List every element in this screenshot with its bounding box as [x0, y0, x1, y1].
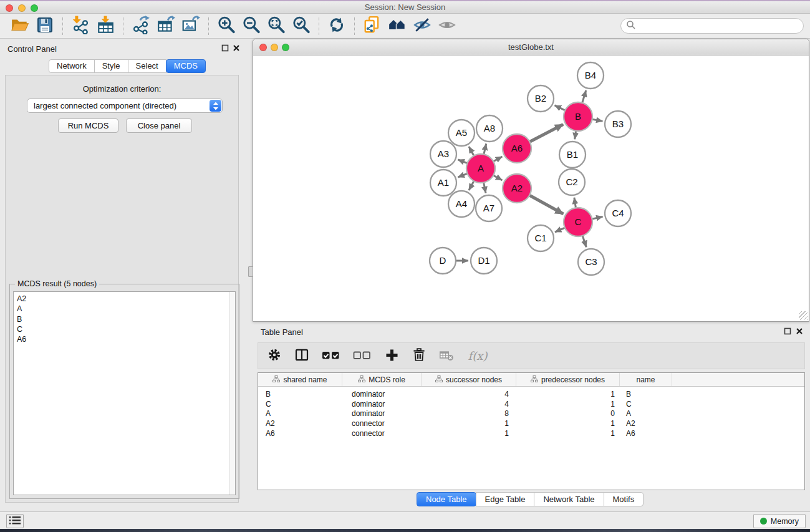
panel-list-button[interactable] [6, 514, 24, 528]
unselect-all-columns-button[interactable] [352, 347, 373, 365]
hide-selected-button[interactable] [410, 16, 435, 37]
close-table-panel-icon[interactable] [795, 327, 804, 336]
zoom-window-traffic-light[interactable] [31, 4, 38, 12]
show-all-button[interactable] [435, 16, 460, 37]
graph-node-A8[interactable]: A8 [476, 115, 503, 142]
open-file-button[interactable] [7, 16, 32, 37]
table-cell[interactable]: A6 [620, 429, 672, 439]
network-zoom-traffic-light[interactable] [282, 44, 289, 51]
graph-node-D1[interactable]: D1 [471, 248, 497, 274]
tab-network[interactable]: Network [49, 59, 95, 73]
close-panel-button[interactable]: Close panel [126, 118, 192, 133]
mcds-result-item[interactable]: A6 [14, 334, 235, 344]
tab-network-table[interactable]: Network Table [534, 492, 604, 506]
table-cell[interactable]: connector [342, 429, 422, 439]
table-cell[interactable]: B [258, 390, 342, 400]
graph-node-C1[interactable]: C1 [528, 225, 554, 251]
table-cell[interactable]: dominator [342, 400, 422, 410]
table-cell[interactable]: 1 [422, 419, 516, 429]
tab-edge-table[interactable]: Edge Table [476, 492, 535, 506]
graph-node-A[interactable]: A [466, 154, 495, 183]
graph-node-A7[interactable]: A7 [476, 195, 502, 221]
graph-node-C4[interactable]: C4 [605, 200, 631, 226]
table-cell[interactable]: 1 [516, 400, 620, 410]
table-row[interactable]: A6connector11A6 [258, 429, 804, 439]
graph-node-A4[interactable]: A4 [448, 191, 475, 217]
table-cell[interactable]: B [620, 390, 672, 400]
mcds-result-item[interactable]: C [14, 324, 235, 334]
graph-node-C3[interactable]: C3 [578, 249, 604, 275]
table-cell[interactable]: connector [342, 419, 422, 429]
table-cell[interactable]: 8 [422, 409, 516, 419]
export-table-button[interactable] [153, 16, 178, 37]
column-header-predecessor-nodes[interactable]: predecessor nodes [516, 373, 620, 386]
table-cell[interactable]: A2 [620, 419, 672, 429]
network-graph[interactable]: B4B2BB3A8A5A6A3B1AC2A1A2A4A7C4CC1DD1C3 [253, 56, 809, 322]
graph-node-A3[interactable]: A3 [430, 141, 456, 167]
zoom-fit-button[interactable] [264, 16, 289, 37]
float-table-panel-icon[interactable] [783, 327, 792, 336]
tab-style[interactable]: Style [94, 59, 128, 73]
save-session-button[interactable] [32, 16, 57, 37]
network-minimize-traffic-light[interactable] [271, 44, 278, 51]
table-cell[interactable]: 1 [516, 429, 620, 439]
table-cell[interactable]: 1 [422, 429, 516, 439]
network-window-titlebar[interactable]: testGlobe.txt [253, 39, 809, 56]
table-cell[interactable]: A6 [258, 429, 342, 439]
graph-node-A2[interactable]: A2 [503, 174, 531, 203]
minimize-window-traffic-light[interactable] [18, 4, 26, 12]
graph-node-B4[interactable]: B4 [577, 62, 604, 89]
export-image-button[interactable] [178, 16, 203, 37]
duplicate-network-button[interactable] [360, 16, 385, 37]
graph-node-B3[interactable]: B3 [605, 111, 631, 137]
show-columns-button[interactable] [293, 347, 311, 365]
tab-mcds[interactable]: MCDS [166, 59, 206, 73]
graph-node-B[interactable]: B [564, 102, 592, 131]
layout-home-button[interactable] [385, 16, 410, 37]
table-cell[interactable]: 4 [422, 390, 516, 400]
select-all-columns-button[interactable] [321, 347, 342, 365]
float-panel-icon[interactable] [221, 44, 229, 52]
graph-node-D[interactable]: D [430, 248, 456, 274]
import-network-button[interactable] [68, 16, 93, 37]
graph-node-C[interactable]: C [564, 208, 592, 236]
delete-table-button[interactable] [438, 347, 455, 365]
zoom-in-button[interactable] [214, 16, 239, 37]
table-row[interactable]: Bdominator41B [258, 390, 804, 400]
function-builder-button[interactable]: f(x) [465, 347, 490, 365]
table-settings-button[interactable] [266, 347, 283, 365]
export-network-button[interactable] [128, 16, 153, 37]
table-cell[interactable]: dominator [342, 409, 422, 419]
table-row[interactable]: A2connector11A2 [258, 419, 804, 429]
mcds-result-item[interactable]: A [14, 304, 235, 314]
graph-node-C2[interactable]: C2 [559, 169, 585, 195]
table-cell[interactable]: C [620, 400, 672, 410]
table-cell[interactable]: 4 [422, 400, 516, 410]
run-mcds-button[interactable]: Run MCDS [58, 118, 118, 133]
mcds-result-item[interactable]: B [14, 314, 235, 324]
delete-columns-button[interactable] [410, 347, 428, 365]
table-cell[interactable]: 1 [516, 390, 620, 400]
graph-node-A5[interactable]: A5 [448, 120, 475, 146]
create-column-button[interactable] [383, 347, 400, 365]
tab-select[interactable]: Select [128, 59, 166, 73]
graph-node-B1[interactable]: B1 [559, 142, 586, 168]
network-canvas[interactable]: B4B2BB3A8A5A6A3B1AC2A1A2A4A7C4CC1DD1C3 [253, 56, 809, 321]
import-table-button[interactable] [93, 16, 118, 37]
table-cell[interactable]: A [620, 409, 672, 419]
window-resize-grip[interactable] [799, 311, 808, 320]
criterion-dropdown[interactable]: largest connected component (directed) [27, 99, 223, 113]
column-header-shared-name[interactable]: shared name [258, 373, 342, 386]
table-row[interactable]: Cdominator41C [258, 400, 804, 410]
panel-divider-handle[interactable] [248, 266, 253, 277]
table-cell[interactable]: C [258, 400, 342, 410]
search-input[interactable] [639, 20, 803, 32]
zoom-selected-button[interactable] [289, 16, 314, 37]
column-header-mcds-role[interactable]: MCDS role [342, 373, 422, 386]
graph-node-B2[interactable]: B2 [528, 85, 554, 112]
column-header-name[interactable]: name [620, 373, 672, 386]
tab-motifs[interactable]: Motifs [604, 492, 644, 506]
table-cell[interactable]: 1 [516, 419, 620, 429]
table-cell[interactable]: 0 [516, 409, 620, 419]
memory-button[interactable]: Memory [753, 514, 806, 528]
